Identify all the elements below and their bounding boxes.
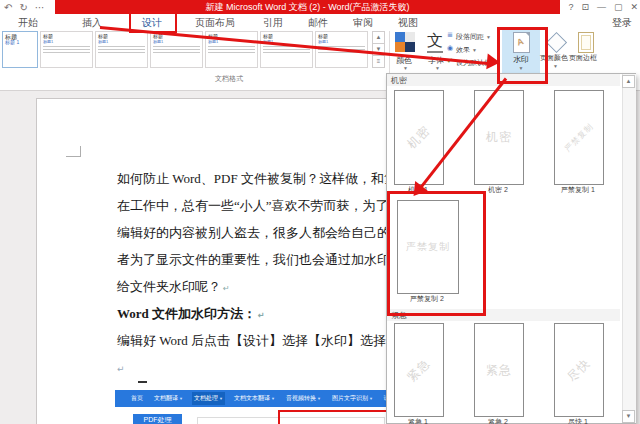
paragraph-mark-icon: ↵ xyxy=(117,364,125,374)
watermark-preview-text: 机密 xyxy=(404,122,434,152)
pdf-process-button: PDF处理 xyxy=(133,414,182,424)
word-window: ↶↻⋯ 新建 Microsoft Word 文档 (2) - Word(产品激活… xyxy=(0,0,640,424)
watermark-option-label: 紧急 2 xyxy=(463,417,533,424)
page-color-dropdown-icon[interactable]: ▼ xyxy=(553,63,558,69)
panel-scroll-down-icon[interactable]: ▼ xyxy=(622,410,635,423)
tab-视图[interactable]: 视图 xyxy=(398,16,418,30)
effects-button[interactable]: 效果 ▼ xyxy=(456,45,477,55)
set-default-icon: ✔ xyxy=(447,57,453,65)
watermark-section-header: 机密 xyxy=(391,75,407,86)
watermark-option-尽快 1[interactable]: 尽快 xyxy=(554,323,604,417)
effects-icon: ◉ xyxy=(447,44,453,52)
page-borders-button[interactable]: 页面边框 xyxy=(569,53,597,63)
style-set-thumbnail[interactable]: 标题标题1 xyxy=(95,31,148,68)
title-highlight: 新建 Microsoft Word 文档 (2) - Word(产品激活失败) xyxy=(55,0,560,14)
fonts-dropdown-icon[interactable]: ▼ xyxy=(435,65,440,71)
embed-nav-item: 文档翻译▼ xyxy=(152,392,185,405)
watermark-option-机密 2[interactable]: 机密 xyxy=(474,90,524,185)
paragraph-spacing-button[interactable]: 段落间距 ▼ xyxy=(456,32,491,42)
theme-colors-icon xyxy=(395,32,415,52)
style-set-selected[interactable]: 标题 标题 1 xyxy=(2,31,38,68)
paragraph-spacing-icon: ≣ xyxy=(447,31,453,39)
document-line: 编辑好 Word 后点击【设计】选择【水印】选择一 xyxy=(117,332,399,350)
page-borders-icon xyxy=(578,32,594,53)
page-color-icon xyxy=(546,32,567,53)
watermark-icon: A xyxy=(513,32,530,53)
document-line: 如何防止 Word、PDF 文件被复制？这样做，和复 xyxy=(117,170,397,188)
watermark-preview-text: 严禁复制 xyxy=(562,121,595,154)
document-line: Word 文件加水印方法： xyxy=(117,305,265,323)
tab-审阅[interactable]: 审阅 xyxy=(353,16,373,30)
gallery-more-icon[interactable]: ≡ xyxy=(372,55,385,68)
page-color-button[interactable]: 页面颜色 xyxy=(540,53,568,63)
watermark-option-严禁复制 2[interactable]: 严禁复制 xyxy=(397,200,459,294)
watermark-dropdown-icon: ▼ xyxy=(502,65,540,71)
watermark-preview-text: 严禁复制 xyxy=(406,240,450,254)
style-set-thumbnail[interactable]: 标题标题1 xyxy=(150,31,203,68)
tab-插入[interactable]: 插入 xyxy=(82,16,102,30)
gallery-scroll: ▲ ▼ ≡ xyxy=(372,31,385,70)
watermark-preview-text: 紧急 xyxy=(404,355,434,385)
watermark-preview-text: 尽快 xyxy=(564,355,594,385)
ribbon-tab-row: 登录 开始插入设计页面布局引用邮件审阅视图 xyxy=(0,14,640,29)
style-set-thumbnail[interactable]: 标题标题1 xyxy=(260,31,313,68)
style-set-thumbnail[interactable]: 标题标题1 xyxy=(40,31,93,68)
embedded-screenshot-navbar: 首页文档翻译▼文档处理▼文档文本翻译▼音视频转换▼图片文字识别▼语音识别▼论文查… xyxy=(115,390,386,407)
window-title: 新建 Microsoft Word 文档 (2) - Word(产品激活失败) xyxy=(205,1,409,14)
watermark-option-label: 严禁复制 1 xyxy=(543,185,613,195)
ribbon-display-icon[interactable]: ⊡ xyxy=(581,2,589,12)
watermark-option-label: 严禁复制 2 xyxy=(386,294,468,304)
tab-邮件[interactable]: 邮件 xyxy=(308,16,328,30)
document-line: 者为了显示文件的重要性，我们也会通过加水印来 xyxy=(117,251,403,269)
qat-customize-icon[interactable]: ⋯ xyxy=(35,2,45,13)
tab-页面布局[interactable]: 页面布局 xyxy=(195,16,235,30)
watermark-option-严禁复制 1[interactable]: 严禁复制 xyxy=(554,90,604,185)
tab-引用[interactable]: 引用 xyxy=(263,16,283,30)
minimize-icon[interactable]: — xyxy=(597,2,606,12)
watermark-option-紧急 2[interactable]: 紧急 xyxy=(474,323,524,417)
panel-scrollbar[interactable] xyxy=(622,74,636,423)
watermark-option-紧急 1[interactable]: 紧急 xyxy=(394,323,444,417)
panel-scroll-up-icon[interactable]: ▲ xyxy=(622,75,635,88)
quick-access-toolbar: ↶↻⋯ xyxy=(4,0,45,14)
style-set-thumbnail[interactable]: 标题标题1 xyxy=(205,31,258,68)
tab-设计[interactable]: 设计 xyxy=(142,16,162,30)
theme-fonts-icon: 文 xyxy=(427,31,443,53)
embed-nav-item: 文档处理▼ xyxy=(192,392,225,405)
style-set-thumbnail[interactable]: 标题标题1 xyxy=(315,31,368,68)
watermark-option-label: 紧急 1 xyxy=(383,417,453,424)
window-controls: ?⊡—▢✕ xyxy=(568,0,638,13)
watermark-section-band xyxy=(387,309,620,321)
redo-icon[interactable]: ↻ xyxy=(19,2,27,13)
set-default-button[interactable]: 设为默认值 xyxy=(456,58,491,68)
embed-nav-item: 文档文本翻译▼ xyxy=(232,392,277,405)
sign-in-link[interactable]: 登录 xyxy=(612,16,632,30)
watermark-option-label: 尽快 1 xyxy=(543,417,613,424)
annotation-box-embed xyxy=(278,410,388,424)
watermark-section-band xyxy=(387,74,620,86)
embed-nav-item: 首页 xyxy=(129,392,145,405)
watermark-preview-text: 机密 xyxy=(486,129,512,146)
watermark-preview-text: 紧急 xyxy=(486,362,512,379)
watermark-option-机密 1[interactable]: 机密 xyxy=(394,90,444,185)
document-line: 在工作中，总有一些“小人”喜欢不劳而获，为了 xyxy=(117,197,389,215)
watermark-button[interactable]: A 水印 ▼ xyxy=(502,30,540,78)
group-label-document-formatting: 文档格式 xyxy=(215,74,243,84)
embed-image-fragment xyxy=(138,381,147,383)
close-icon[interactable]: ✕ xyxy=(630,2,638,12)
watermark-option-label: 机密 2 xyxy=(463,185,533,195)
tab-开始[interactable]: 开始 xyxy=(18,16,38,30)
embed-nav-item: 图片文字识别▼ xyxy=(330,392,375,405)
help-icon[interactable]: ? xyxy=(568,2,573,12)
margin-corner-mark xyxy=(66,146,81,157)
watermark-option-label: 机密 1 xyxy=(383,185,453,195)
colors-dropdown-icon[interactable]: ▼ xyxy=(403,65,408,71)
document-line: 给文件夹水印呢？ xyxy=(117,278,230,296)
watermark-section-header: 紧急 xyxy=(391,310,407,321)
maximize-icon[interactable]: ▢ xyxy=(614,2,623,12)
document-line: 编辑好的内容被别人盗去，很多人都会给自己的文 xyxy=(117,224,403,242)
undo-icon[interactable]: ↶ xyxy=(4,2,12,13)
embed-nav-item: 音视频转换▼ xyxy=(284,392,323,405)
